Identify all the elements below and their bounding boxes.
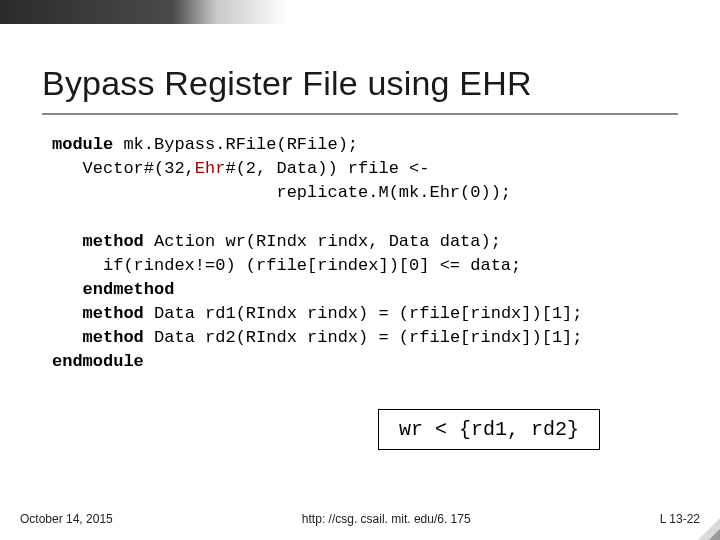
code-text: Data rd2(RIndx rindx) = (rfile[rindx])[1… xyxy=(144,328,583,347)
type-ehr: Ehr xyxy=(195,159,226,178)
footer-slide-number: L 13-22 xyxy=(660,512,700,526)
kw-module: module xyxy=(52,135,113,154)
code-text: mk.Bypass.RFile(RFile); xyxy=(113,135,358,154)
slide-footer: October 14, 2015 http: //csg. csail. mit… xyxy=(0,512,720,526)
code-text: Vector#(32, xyxy=(52,159,195,178)
code-text: if(rindex!=0) (rfile[rindex])[0] <= data… xyxy=(52,256,521,275)
footer-date: October 14, 2015 xyxy=(20,512,113,526)
code-text: Data rd1(RIndx rindx) = (rfile[rindx])[1… xyxy=(144,304,583,323)
kw-endmodule: endmodule xyxy=(52,352,144,371)
code-block: module mk.Bypass.RFile(RFile); Vector#(3… xyxy=(52,133,678,374)
kw-method: method xyxy=(83,328,144,347)
kw-method: method xyxy=(83,304,144,323)
code-text xyxy=(52,304,83,323)
ordering-callout: wr < {rd1, rd2} xyxy=(378,409,600,450)
folded-corner-icon xyxy=(698,518,720,540)
code-text xyxy=(52,232,83,251)
title-bar-gradient xyxy=(0,0,720,24)
title-underline xyxy=(42,113,678,115)
code-text: #(2, Data)) rfile <- xyxy=(225,159,429,178)
slide-title: Bypass Register File using EHR xyxy=(42,64,678,113)
code-text xyxy=(52,280,83,299)
code-text: Action wr(RIndx rindx, Data data); xyxy=(144,232,501,251)
kw-endmethod: endmethod xyxy=(83,280,175,299)
kw-method: method xyxy=(83,232,144,251)
code-text: replicate.M(mk.Ehr(0)); xyxy=(52,183,511,202)
footer-url: http: //csg. csail. mit. edu/6. 175 xyxy=(302,512,471,526)
code-text xyxy=(52,328,83,347)
slide-body: Bypass Register File using EHR module mk… xyxy=(0,24,720,540)
